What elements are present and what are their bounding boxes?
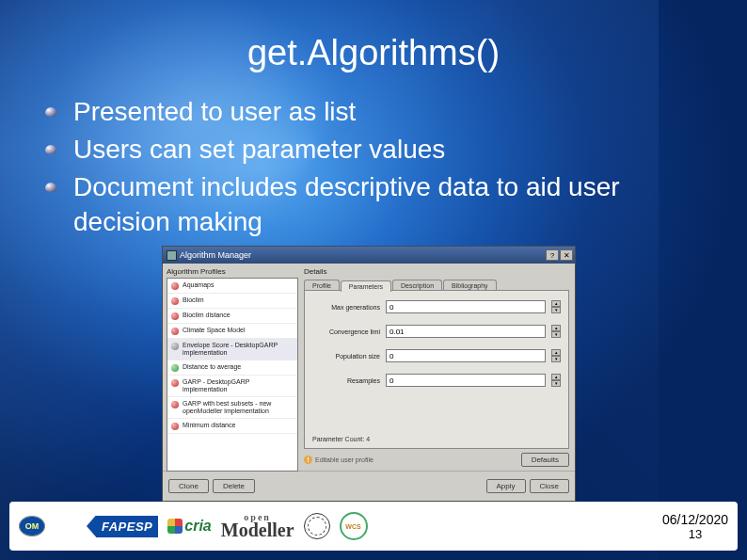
modeller-text: Modeller xyxy=(221,521,294,539)
openmodeller-logo: open Modeller xyxy=(221,513,294,540)
chevron-down-icon[interactable]: ▾ xyxy=(551,380,561,387)
help-button[interactable]: ? xyxy=(546,249,559,261)
dialog-titlebar: Algorithm Manager ? ✕ xyxy=(163,247,575,264)
details-group-label: Details xyxy=(304,267,569,276)
close-button[interactable]: Close xyxy=(530,479,569,493)
seal-logo-icon xyxy=(304,513,330,539)
status-dot-icon xyxy=(171,297,179,305)
list-item[interactable]: Aquamaps xyxy=(167,279,297,294)
dialog-icon xyxy=(167,250,177,261)
apply-button[interactable]: Apply xyxy=(486,479,526,493)
chevron-up-icon[interactable]: ▴ xyxy=(551,349,561,356)
date-page: 06/12/2020 13 xyxy=(662,512,728,541)
list-item[interactable]: Bioclim distance xyxy=(167,309,297,324)
param-label: Population size xyxy=(312,353,380,360)
chevron-up-icon[interactable]: ▴ xyxy=(551,325,561,331)
list-item[interactable]: Climate Space Model xyxy=(167,324,297,339)
cria-text: cria xyxy=(184,518,211,535)
tab-parameters[interactable]: Parameters xyxy=(341,280,391,292)
logo-bar: OM FAPESP cria open Modeller WCS 06/12/2… xyxy=(9,502,738,551)
list-item[interactable]: Distance to average xyxy=(167,360,297,376)
profile-name: Bioclim distance xyxy=(183,312,230,319)
param-input[interactable]: 0.01 xyxy=(386,325,546,338)
algorithm-manager-dialog: Algorithm Manager ? ✕ Algorithm Profiles… xyxy=(162,246,576,502)
close-icon[interactable]: ✕ xyxy=(560,249,573,261)
spinner[interactable]: ▴▾ xyxy=(551,349,561,362)
kansas-logo-icon xyxy=(55,513,87,539)
param-row: Resamples 0 ▴▾ xyxy=(312,374,561,387)
spinner[interactable]: ▴▾ xyxy=(551,325,561,338)
slide-title: get.Algorithms() xyxy=(38,33,709,73)
param-input[interactable]: 0 xyxy=(386,374,546,387)
status-dot-icon xyxy=(171,328,179,335)
dialog-title: Algorithm Manager xyxy=(180,250,251,260)
fapesp-logo: FAPESP xyxy=(96,516,158,537)
status-dot-icon xyxy=(171,423,179,430)
chevron-up-icon[interactable]: ▴ xyxy=(551,300,561,307)
om-logo-icon: OM xyxy=(19,516,45,536)
chevron-down-icon[interactable]: ▾ xyxy=(551,307,561,313)
spinner[interactable]: ▴▾ xyxy=(551,374,561,387)
profile-name: Envelope Score - DesktopGARP implementat… xyxy=(183,342,294,357)
slide-number: 13 xyxy=(662,527,728,541)
profile-name: Climate Space Model xyxy=(183,327,246,334)
wcs-logo-icon: WCS xyxy=(340,512,368,540)
profiles-group-label: Algorithm Profiles xyxy=(167,267,298,276)
param-label: Max generations xyxy=(312,304,380,311)
bullet-item: Document includes descriptive data to ai… xyxy=(45,169,709,241)
param-row: Max generations 0 ▴▾ xyxy=(312,300,561,313)
profile-list[interactable]: Aquamaps Bioclim Bioclim distance Climat… xyxy=(167,278,298,472)
bullet-item: Presented to user as list xyxy=(45,94,709,130)
delete-button[interactable]: Delete xyxy=(213,479,255,493)
chevron-down-icon[interactable]: ▾ xyxy=(551,331,561,338)
defaults-button[interactable]: Defaults xyxy=(521,453,569,467)
bullet-list: Presented to user as list Users can set … xyxy=(38,94,709,240)
parameters-pane: Max generations 0 ▴▾ Convergence limi 0.… xyxy=(304,290,569,449)
slide-date: 06/12/2020 xyxy=(662,512,728,527)
cria-logo: cria xyxy=(167,518,211,535)
param-label: Resamples xyxy=(312,377,380,384)
profile-name: Distance to average xyxy=(183,363,241,371)
status-dot-icon xyxy=(171,379,179,387)
bullet-item: Users can set parameter values xyxy=(45,132,709,168)
spinner[interactable]: ▴▾ xyxy=(551,300,561,313)
status-dot-icon xyxy=(171,282,179,290)
clone-button[interactable]: Clone xyxy=(168,479,209,493)
editable-note: ! Editable user profile xyxy=(304,456,374,464)
list-item[interactable]: Minimum distance xyxy=(167,419,297,434)
profile-name: Aquamaps xyxy=(183,281,214,289)
profile-name: GARP - DesktopGARP implementation xyxy=(183,378,294,393)
profile-name: Minimum distance xyxy=(183,422,235,429)
status-dot-icon xyxy=(171,343,179,350)
status-dot-icon xyxy=(171,401,179,408)
list-item[interactable]: Envelope Score - DesktopGARP implementat… xyxy=(167,339,297,360)
param-input[interactable]: 0 xyxy=(386,300,546,313)
chevron-down-icon[interactable]: ▾ xyxy=(551,356,561,362)
param-label: Convergence limi xyxy=(312,328,380,335)
warning-icon: ! xyxy=(304,456,312,464)
status-dot-icon xyxy=(171,364,179,372)
list-item[interactable]: Bioclim xyxy=(167,294,297,309)
list-item[interactable]: GARP - DesktopGARP implementation xyxy=(167,376,297,397)
param-input[interactable]: 0 xyxy=(386,349,546,362)
parameter-count: Parameter Count: 4 xyxy=(312,436,561,442)
status-dot-icon xyxy=(171,312,179,320)
profile-name: GARP with best subsets - new openModelle… xyxy=(183,400,294,415)
editable-note-text: Editable user profile xyxy=(315,456,374,463)
list-item[interactable]: GARP with best subsets - new openModelle… xyxy=(167,397,297,419)
param-row: Convergence limi 0.01 ▴▾ xyxy=(312,325,561,338)
cria-swatch-icon xyxy=(167,519,183,534)
chevron-up-icon[interactable]: ▴ xyxy=(551,374,561,380)
param-row: Population size 0 ▴▾ xyxy=(312,349,561,362)
profile-name: Bioclim xyxy=(183,296,204,304)
